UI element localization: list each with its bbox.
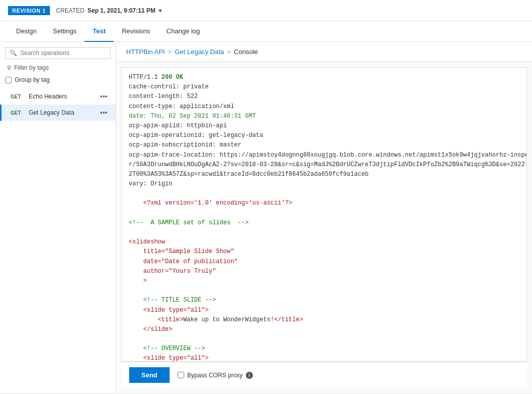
response-line-xml: <?xml version='1.0' encoding='us-ascii'?…	[129, 199, 519, 208]
group-by-tag[interactable]: Group by tag	[5, 76, 111, 83]
search-container: 🔍	[5, 47, 111, 59]
nav-tabs: Design Settings Test Revisions Change lo…	[0, 21, 532, 42]
response-line: date: Thu, 02 Sep 2021 01:46:31 GMT	[129, 112, 519, 121]
top-bar: REVISION 1 CREATED Sep 1, 2021, 9:07:11 …	[0, 0, 532, 21]
sidebar: 🔍 ⚲ Filter by tags Group by tag GET Echo…	[0, 42, 116, 393]
response-line-xml: date="Date of publication"	[129, 257, 519, 267]
response-line: r/50A3DrunwdBHkLNOuDgAcA2-2?sv=2018-03-2…	[129, 160, 519, 170]
response-line-xml: title="Sample Slide Show"	[129, 247, 519, 257]
info-icon[interactable]: i	[246, 372, 253, 379]
response-line-blank	[129, 228, 519, 237]
main-layout: 🔍 ⚲ Filter by tags Group by tag GET Echo…	[0, 42, 532, 393]
response-line-xml: </slide>	[129, 325, 519, 334]
bypass-cors-label: Bypass CORS proxy	[187, 372, 243, 379]
method-badge-get-2: GET	[8, 109, 24, 117]
operation-menu-get-legacy-data[interactable]: •••	[98, 109, 110, 117]
response-line-xml: <slideshow	[129, 237, 519, 247]
filter-icon: ⚲	[7, 65, 11, 71]
breadcrumb-httpbin-api[interactable]: HTTPBin API	[126, 48, 165, 56]
response-line-xml: <title>Wake up to WonderWidgets!</title>	[129, 315, 519, 325]
tab-design[interactable]: Design	[8, 21, 44, 42]
response-line-status: HTTP/1.1 200 OK	[129, 73, 519, 82]
revision-chevron-icon[interactable]: ▼	[157, 8, 163, 14]
response-line: ocp-apim-apiid: httpbin-api	[129, 121, 519, 131]
bypass-cors-checkbox[interactable]	[178, 372, 184, 378]
operation-name-echo-headers: Echo Headers	[29, 93, 98, 100]
response-line-blank	[129, 334, 519, 344]
group-by-tag-label: Group by tag	[15, 76, 49, 83]
filter-label: Filter by tags	[14, 64, 49, 71]
method-badge-get: GET	[8, 93, 24, 101]
response-line: content-type: application/xml	[129, 102, 519, 112]
breadcrumb-console: Console	[234, 48, 258, 56]
operation-item-get-legacy-data[interactable]: GET Get Legacy Data •••	[0, 105, 116, 121]
response-line-xml: author="Yours Truly"	[129, 267, 519, 276]
send-button[interactable]: Send	[129, 367, 170, 383]
response-line-comment: <!-- A SAMPLE set of slides -->	[129, 218, 519, 228]
response-line-comment: <!-- OVERVIEW -->	[129, 344, 519, 354]
revision-badge: REVISION 1	[8, 6, 50, 15]
created-label: CREATED	[56, 7, 84, 14]
response-line: 2T00%3A53%3A57Z&sp=racwd1&traceId=8dcc0e…	[129, 170, 519, 179]
content-area: HTTPBin API > Get Legacy Data > Console …	[116, 42, 532, 393]
created-date: Sep 1, 2021, 9:07:11 PM	[87, 7, 155, 14]
tab-settings[interactable]: Settings	[44, 21, 84, 42]
tab-test[interactable]: Test	[84, 21, 114, 42]
bypass-cors-container: Bypass CORS proxy i	[178, 372, 253, 379]
response-line: ocp-apim-operationid: get-legacy-data	[129, 131, 519, 140]
response-line: content-length: 522	[129, 92, 519, 102]
response-scroll[interactable]: HTTP/1.1 200 OK cache-control: private c…	[122, 68, 526, 361]
response-area: HTTP/1.1 200 OK cache-control: private c…	[121, 67, 527, 362]
search-icon: 🔍	[10, 50, 17, 57]
operation-menu-echo-headers[interactable]: •••	[98, 92, 110, 101]
breadcrumb-get-legacy-data[interactable]: Get Legacy Data	[175, 48, 224, 56]
tab-revisions[interactable]: Revisions	[114, 21, 158, 42]
search-input[interactable]	[20, 50, 106, 57]
filter-by-tags[interactable]: ⚲ Filter by tags	[5, 63, 111, 72]
response-line-xml: >	[129, 276, 519, 286]
tab-changelog[interactable]: Change log	[158, 21, 208, 42]
response-line: vary: Origin	[129, 179, 519, 189]
breadcrumb-sep-1: >	[168, 48, 172, 56]
operation-item-echo-headers[interactable]: GET Echo Headers •••	[0, 88, 116, 105]
breadcrumb-sep-2: >	[227, 48, 231, 56]
response-line-xml: <slide type="all">	[129, 354, 519, 361]
response-line-comment: <!-- TITLE SLIDE -->	[129, 296, 519, 305]
response-line: cache-control: private	[129, 82, 519, 92]
operation-name-get-legacy-data: Get Legacy Data	[29, 109, 98, 116]
response-line: ocp-apim-subscriptionid: master	[129, 140, 519, 150]
response-line-blank	[129, 286, 519, 296]
bottom-bar: Send Bypass CORS proxy i	[121, 362, 527, 388]
breadcrumb: HTTPBin API > Get Legacy Data > Console	[116, 42, 532, 62]
response-line-blank	[129, 209, 519, 218]
response-line-xml: <slide type="all">	[129, 306, 519, 315]
response-line: ocp-apim-trace-location: https://apimsto…	[129, 151, 519, 160]
response-line-blank	[129, 189, 519, 199]
group-by-tag-checkbox[interactable]	[5, 77, 12, 83]
